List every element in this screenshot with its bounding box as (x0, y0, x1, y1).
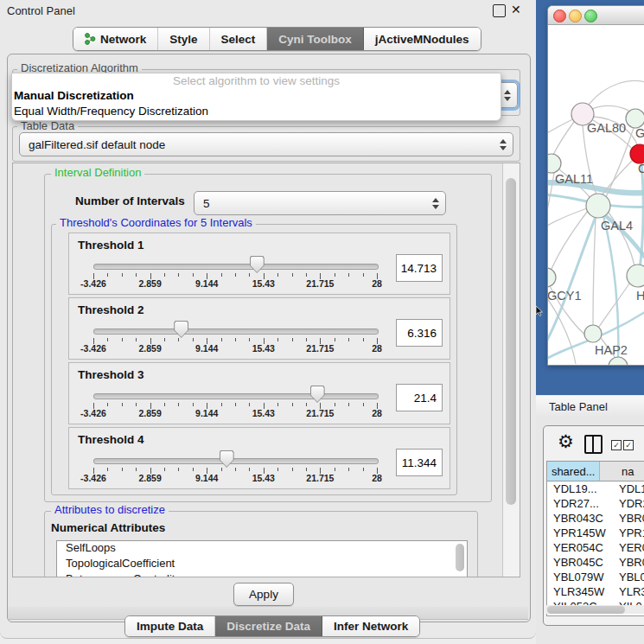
cell-shared-name[interactable]: YLR345W (547, 584, 613, 599)
tab-style[interactable]: Style (158, 28, 209, 50)
table-row[interactable]: YLR345WYLR3 (547, 584, 644, 599)
table-row[interactable]: YPR145WYPR1 (547, 526, 644, 540)
slider-handle[interactable] (174, 321, 188, 338)
network-edge[interactable] (553, 122, 574, 155)
list-item[interactable]: SelfLoops (57, 541, 467, 557)
network-node[interactable] (586, 194, 610, 218)
slider-handle[interactable] (310, 386, 325, 403)
slider-track[interactable] (93, 393, 379, 399)
dropdown-prompt-item[interactable]: Select algorithm to view settings (12, 73, 501, 89)
cell-shared-name[interactable]: YER054C (547, 540, 613, 555)
network-node[interactable] (627, 265, 644, 287)
cell-name[interactable]: YER0 (613, 540, 644, 555)
cell-name[interactable]: YPR1 (613, 526, 644, 540)
cell-name[interactable]: YBL0 (613, 570, 644, 584)
threshold-value-field[interactable]: 14.713 (396, 254, 443, 282)
table-data-group-label: Table Data (17, 120, 78, 132)
network-node[interactable] (548, 154, 561, 173)
close-icon[interactable]: ✕ (511, 3, 521, 16)
tab-network[interactable]: Network (73, 28, 158, 50)
network-edge[interactable] (548, 118, 575, 139)
table-row[interactable]: YER054CYER0 (547, 540, 644, 555)
close-traffic-light-icon[interactable] (553, 10, 566, 22)
threshold-value-field[interactable]: 6.316 (396, 319, 443, 347)
table-row[interactable]: YDR27...YDR2 (547, 496, 644, 511)
dropdown-option-manual-discretization[interactable]: Manual Discretization (12, 89, 501, 105)
table-row[interactable]: YBR045CYBR0 (547, 555, 644, 570)
minimize-traffic-light-icon[interactable] (569, 10, 582, 22)
settings-scrollbar-thumb[interactable] (506, 178, 516, 505)
cell-name[interactable]: YDL1 (613, 481, 644, 496)
slider-minor-tick (292, 273, 293, 277)
float-window-icon[interactable] (493, 4, 506, 17)
network-node[interactable] (548, 268, 556, 287)
network-node[interactable] (626, 109, 644, 128)
slider-minor-tick (335, 468, 335, 471)
cell-shared-name[interactable]: YBL079W (547, 570, 613, 584)
network-edge-highlighted[interactable] (603, 216, 618, 360)
network-node[interactable] (584, 325, 602, 342)
tab-jactivemnodules[interactable]: jActiveMNodules (364, 28, 481, 50)
cell-shared-name[interactable]: YDL19... (547, 481, 613, 496)
network-node[interactable] (609, 357, 628, 365)
network-edge[interactable] (593, 218, 596, 325)
network-edge[interactable] (599, 284, 629, 327)
dropdown-option-equal-width[interactable]: Equal Width/Frequency Discretization (12, 105, 501, 120)
number-of-intervals-combobox[interactable]: 5 (194, 191, 446, 215)
list-item[interactable]: TopologicalCoefficient (57, 557, 467, 572)
slider-track[interactable] (93, 264, 379, 270)
screenshot-stage: Control Panel ✕ Network Style Select Cyn… (0, 0, 644, 644)
cell-shared-name[interactable]: YBR045C (547, 555, 613, 570)
slider-minor-tick (136, 338, 137, 341)
slider-track[interactable] (93, 458, 379, 464)
slider-tick-label: 15.43 (243, 473, 284, 483)
table-data-combobox[interactable]: galFiltered.sif default node (19, 132, 513, 156)
settings-scrollbar-track[interactable] (502, 163, 520, 577)
tab-label: Network (100, 33, 146, 46)
checkbox-icon[interactable]: ✓ (611, 440, 622, 450)
slider-tick-label: 21.715 (299, 408, 341, 418)
threshold-value-field[interactable]: 11.344 (396, 449, 443, 476)
cell-name[interactable]: YBR0 (613, 555, 644, 570)
tab-cyni-toolbox[interactable]: Cyni Toolbox (267, 28, 364, 50)
column-layout-icon[interactable] (584, 435, 603, 454)
table-row[interactable]: YDL19...YDL1 (547, 481, 644, 496)
cell-name[interactable]: YBR0 (613, 511, 644, 526)
tab-select[interactable]: Select (210, 28, 268, 50)
network-node[interactable] (630, 144, 644, 163)
threshold-label: Threshold 4 (78, 433, 144, 446)
slider-track[interactable] (93, 328, 379, 335)
cell-name[interactable]: YLR3 (613, 584, 644, 599)
cell-name[interactable]: YDR2 (613, 496, 644, 511)
network-window-titlebar[interactable] (548, 6, 644, 25)
tab-impute-data[interactable]: Impute Data (125, 616, 215, 636)
slider-handle[interactable] (250, 256, 265, 273)
apply-button[interactable]: Apply (233, 583, 294, 606)
table-row[interactable]: YBR043CYBR0 (547, 511, 644, 526)
cell-shared-name[interactable]: YPR145W (547, 526, 613, 540)
tab-discretize-data[interactable]: Discretize Data (215, 616, 322, 636)
cell-shared-name[interactable]: YDR27... (547, 496, 613, 511)
network-edge[interactable] (603, 159, 634, 194)
network-edge[interactable] (592, 105, 630, 112)
threshold-value-field[interactable]: 21.4 (396, 384, 443, 411)
slider-handle[interactable] (220, 450, 234, 468)
network-edge[interactable] (552, 211, 588, 269)
slider-minor-tick (277, 273, 278, 277)
zoom-traffic-light-icon[interactable] (584, 10, 597, 22)
column-header-name[interactable]: na (600, 462, 644, 481)
table-row[interactable]: YBL079WYBL0 (547, 570, 644, 584)
column-header-shared-name[interactable]: shared... (547, 462, 600, 481)
table-hscrollbar-track[interactable] (546, 605, 644, 614)
tab-infer-network[interactable]: Infer Network (322, 616, 419, 636)
list-item[interactable]: BetweennessCentrality (57, 572, 467, 577)
network-canvas[interactable]: GAL80GCGAL11GAL4GCY1HHAP2 (548, 25, 644, 365)
gear-icon[interactable]: ⚙ (558, 432, 574, 450)
combobox-stepper-icon (494, 139, 513, 150)
network-view-window: GAL80GCGAL11GAL4GCY1HHAP2 (547, 5, 644, 366)
checkbox-icon[interactable]: ✓ (623, 440, 634, 450)
network-edge[interactable] (589, 80, 644, 105)
list-scrollbar[interactable] (456, 544, 464, 571)
table-hscrollbar-thumb[interactable] (547, 606, 625, 614)
cell-shared-name[interactable]: YBR043C (547, 511, 613, 526)
